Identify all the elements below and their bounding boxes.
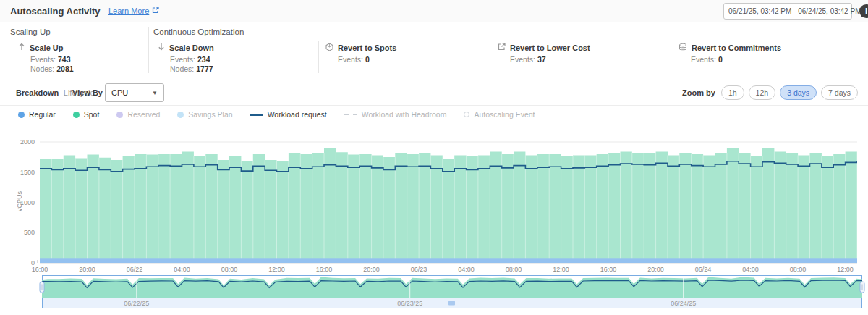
svg-text:20:00: 20:00 (79, 266, 95, 273)
learn-more-label: Learn More (109, 7, 149, 15)
header: Autoscaling Activity Learn More 06/21/25… (0, 0, 868, 22)
zoom-by-group: Zoom by 1h12h3 days7 days (682, 85, 858, 100)
legend-item-workload-request[interactable]: Workload request (250, 110, 327, 119)
hexagon-icon (326, 43, 333, 53)
svg-text:500: 500 (24, 229, 35, 236)
stat-metric: Events:0 (691, 55, 723, 64)
arrow-out-icon (498, 43, 506, 52)
learn-more-link[interactable]: Learn More (109, 7, 159, 15)
stat-metric: Nodes:1777 (170, 64, 213, 73)
stats-band: Scaling UpScale UpEvents:743Nodes:2081Co… (0, 22, 868, 80)
date-range-value: 06/21/25, 03:42 PM - 06/24/25, 03:42 PM (728, 7, 861, 15)
date-range-input[interactable]: 06/21/25, 03:42 PM - 06/24/25, 03:42 PM (723, 3, 852, 20)
legend-ring-icon (464, 112, 469, 117)
svg-text:2000: 2000 (20, 138, 35, 146)
minimap-brush[interactable]: 06/22/2506/23/2506/24/25 (0, 274, 868, 315)
controls-row: BreakdownLifecycle View By CPU ▼ Zoom by… (0, 80, 868, 106)
chart-legend: RegularSpotReservedSavings PlanWorkload … (18, 110, 535, 119)
view-by-label: View By (72, 88, 103, 97)
legend-item-workload-with-headroom[interactable]: Workload with Headroom (344, 110, 447, 119)
page-title: Autoscaling Activity (10, 6, 100, 17)
plot-area (40, 148, 868, 263)
chevron-down-icon: ▼ (152, 90, 158, 96)
stats-group-title: Scaling Up (10, 28, 51, 36)
brush-handle-left[interactable] (40, 282, 44, 293)
minimap-thumb[interactable] (448, 301, 455, 306)
svg-text:04:00: 04:00 (174, 266, 190, 273)
external-link-icon (152, 7, 159, 15)
minimap-date-label: 06/22/25 (124, 300, 149, 307)
svg-text:20:00: 20:00 (363, 266, 380, 273)
zoom-by-label: Zoom by (682, 88, 715, 97)
svg-text:16:00: 16:00 (32, 266, 48, 273)
zoom-option-7-days[interactable]: 7 days (821, 85, 858, 100)
stat-item-label: Scale Down (158, 43, 214, 52)
legend-dot-icon (116, 112, 123, 118)
legend-item-autoscaling-event[interactable]: Autoscaling Event (464, 110, 535, 119)
legend-item-savings-plan[interactable]: Savings Plan (177, 110, 232, 119)
stat-item-label: Revert to Spots (326, 43, 396, 53)
tab-breakdown[interactable]: Breakdown (16, 88, 59, 97)
legend-label: Workload with Headroom (362, 110, 447, 119)
view-by-select[interactable]: CPU ▼ (105, 83, 164, 102)
zoom-option-12h[interactable]: 12h (749, 85, 776, 100)
svg-text:16:00: 16:00 (600, 266, 617, 273)
legend-dash-icon (344, 114, 357, 115)
svg-text:04:00: 04:00 (458, 266, 475, 273)
stat-metric: Events:234 (170, 55, 210, 64)
divider (490, 41, 490, 73)
minimap-date-label: 06/24/25 (671, 300, 696, 307)
legend-item-spot[interactable]: Spot (73, 110, 100, 119)
svg-text:12:00: 12:00 (837, 266, 854, 273)
svg-text:vCPUs: vCPUs (16, 191, 23, 212)
legend-label: Spot (84, 110, 100, 119)
stat-metric: Events:37 (510, 55, 546, 64)
legend-label: Workload request (268, 110, 327, 119)
legend-item-reserved[interactable]: Reserved (116, 110, 160, 119)
legend-dot-icon (18, 112, 25, 118)
brush-handle-right[interactable] (860, 282, 864, 293)
stat-metric: Events:0 (338, 55, 370, 64)
stat-item-label: Revert to Commitments (678, 43, 781, 53)
svg-text:20:00: 20:00 (647, 266, 664, 273)
legend-dot-icon (177, 112, 184, 118)
svg-text:06/24: 06/24 (695, 266, 712, 273)
stat-metric: Nodes:2081 (30, 64, 74, 73)
zoom-option-3-days[interactable]: 3 days (780, 85, 817, 100)
svg-text:06/23: 06/23 (411, 266, 427, 273)
view-by-value: CPU (111, 88, 128, 97)
svg-text:1500: 1500 (20, 169, 35, 176)
svg-text:12:00: 12:00 (553, 266, 569, 273)
legend-label: Autoscaling Event (474, 110, 535, 119)
stat-item-label: Scale Up (18, 43, 63, 52)
svg-text:12:00: 12:00 (268, 266, 285, 273)
arrow-down-icon (158, 43, 165, 52)
stat-item-label: Revert to Lower Cost (498, 43, 590, 52)
svg-text:16:00: 16:00 (316, 266, 333, 273)
stats-group-title: Continuous Optimization (153, 28, 244, 36)
legend-item-regular[interactable]: Regular (18, 110, 56, 119)
svg-text:04:00: 04:00 (742, 266, 759, 273)
minimap-date-label: 06/23/25 (397, 300, 422, 307)
legend-label: Reserved (127, 110, 160, 119)
svg-text:08:00: 08:00 (790, 266, 807, 273)
info-icon[interactable]: i (859, 4, 868, 18)
divider (148, 27, 149, 73)
regular-area (40, 258, 857, 263)
stat-metric: Events:743 (30, 55, 71, 64)
svg-text:08:00: 08:00 (506, 266, 522, 273)
divider (318, 41, 319, 73)
svg-text:08:00: 08:00 (221, 266, 238, 273)
legend-dot-icon (73, 112, 80, 118)
zoom-option-1h[interactable]: 1h (721, 85, 744, 100)
legend-line-icon (250, 114, 263, 116)
arrow-up-icon (18, 43, 25, 52)
divider (660, 41, 660, 73)
legend-label: Regular (29, 110, 56, 119)
legend-label: Savings Plan (188, 110, 232, 119)
svg-text:06/22: 06/22 (127, 266, 143, 273)
layers-icon (678, 43, 687, 53)
main-chart: 0500100015002000vCPUs16:0020:0006/2204:0… (0, 129, 868, 274)
